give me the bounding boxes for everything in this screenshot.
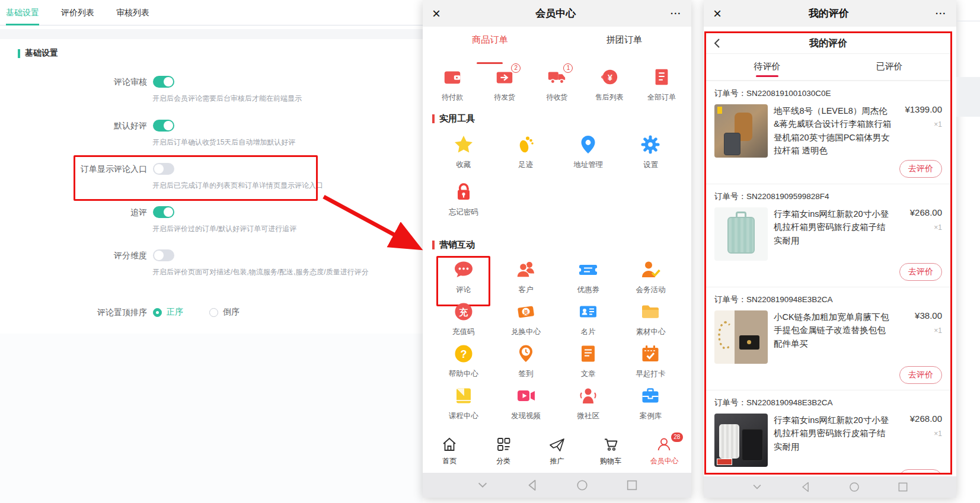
android-recents-icon[interactable] xyxy=(897,481,909,493)
marketing-recharge-code[interactable]: 充 充值码 xyxy=(432,301,494,343)
member-activity-icon xyxy=(640,259,661,280)
marketing-business-card[interactable]: 名片 xyxy=(557,301,620,343)
marketing-comments[interactable]: 评论 xyxy=(432,259,494,301)
status-pending-payment[interactable]: 待付款 xyxy=(426,67,478,102)
status-all-orders[interactable]: 全部订单 xyxy=(636,67,688,102)
product-image xyxy=(714,104,768,158)
product-price: ¥268.00 xyxy=(892,414,942,424)
tool-address-management[interactable]: 地址管理 xyxy=(557,134,620,181)
status-pending-shipment[interactable]: 2 待发货 xyxy=(478,67,531,102)
course-icon xyxy=(453,385,474,406)
marketing-help-center[interactable]: ? 帮助中心 xyxy=(432,343,494,385)
marketing-coupons[interactable]: 优惠券 xyxy=(557,259,620,301)
android-back-icon[interactable] xyxy=(800,481,812,493)
toggle-default-good-review[interactable] xyxy=(153,120,174,132)
chevron-down-icon[interactable] xyxy=(751,481,763,493)
android-back-icon[interactable] xyxy=(526,479,539,492)
tab-basic-settings[interactable]: 基础设置 xyxy=(6,0,39,25)
member-title: 会员中心 xyxy=(440,7,671,20)
order-card: 订单号：SN2208191001030C0E 地平线8号（LEVEL8）周杰伦&… xyxy=(706,81,950,184)
marketing-check-in[interactable]: 签到 xyxy=(494,343,557,385)
reviews-title: 我的评价 xyxy=(722,7,936,20)
toggle-comment-audit[interactable] xyxy=(153,76,174,88)
back-icon[interactable] xyxy=(712,38,723,49)
radio-ascending[interactable] xyxy=(153,308,162,317)
section-practical-tools: 实用工具 xyxy=(432,113,691,124)
footprints-icon xyxy=(515,134,537,155)
nav-home[interactable]: 首页 xyxy=(423,436,477,466)
go-review-button[interactable]: 去评价 xyxy=(899,263,942,281)
lock-icon xyxy=(453,181,474,203)
status-after-sales[interactable]: ¥ 售后列表 xyxy=(583,67,636,102)
close-icon[interactable]: × xyxy=(432,7,440,21)
marketing-material-center[interactable]: 素材中心 xyxy=(620,301,682,343)
svg-text:¥: ¥ xyxy=(608,73,612,82)
marketing-case-library[interactable]: 案例库 xyxy=(620,385,682,427)
tab-audit-list[interactable]: 审核列表 xyxy=(116,0,149,25)
tab-pending-review[interactable]: 待评价 xyxy=(706,54,828,80)
svg-text:?: ? xyxy=(460,348,467,360)
marketing-member-activities[interactable]: 会务活动 xyxy=(620,259,682,301)
tool-footprints[interactable]: 足迹 xyxy=(494,134,557,181)
marketing-exchange-center[interactable]: 兑 兑换中心 xyxy=(494,301,557,343)
marketing-course-center[interactable]: 课程中心 xyxy=(432,385,494,427)
marketing-customers[interactable]: 客户 xyxy=(494,259,557,301)
more-icon[interactable]: ••• xyxy=(671,11,682,17)
order-card: 订单号：SN22081909599828F4 行李箱女ins网红新款20寸小登机… xyxy=(706,184,950,287)
nav-cart[interactable]: 购物车 xyxy=(584,436,638,466)
go-review-button[interactable]: 去评价 xyxy=(899,469,942,475)
product-qty: ×1 xyxy=(892,430,942,438)
status-pending-receipt[interactable]: 1 待收货 xyxy=(531,67,583,102)
android-recents-icon[interactable] xyxy=(625,479,639,492)
product-image xyxy=(714,414,768,467)
comment-icon xyxy=(453,259,474,280)
order-number: 订单号：SN2208190948E3B2CA xyxy=(714,294,942,305)
marketing-discover-video[interactable]: 发现视频 xyxy=(494,385,557,427)
background-block xyxy=(956,77,980,117)
toggle-follow-up-review[interactable] xyxy=(153,206,174,218)
nav-category[interactable]: 分类 xyxy=(477,436,531,466)
badge: 28 xyxy=(671,432,683,442)
tab-group-orders[interactable]: 拼团订单 xyxy=(557,34,692,59)
order-number: 订单号：SN2208191001030C0E xyxy=(714,88,942,99)
toggle-knob xyxy=(164,121,173,130)
tool-forgot-password[interactable]: 忘记密码 xyxy=(432,181,494,229)
product-qty: ×1 xyxy=(892,223,942,232)
tab-product-orders[interactable]: 商品订单 xyxy=(423,34,557,59)
location-pin-icon xyxy=(577,134,599,155)
nav-member-center[interactable]: 28 会员中心 xyxy=(637,436,691,466)
tab-review-list[interactable]: 评价列表 xyxy=(61,0,94,25)
android-home-icon[interactable] xyxy=(576,479,589,492)
marketing-micro-community[interactable]: 微社区 xyxy=(557,385,620,427)
nav-promote[interactable]: 推广 xyxy=(530,436,584,466)
annotation-box-reviews-page: 我的评价 待评价 已评价 订单号：SN2208191001030C0E 地平线8… xyxy=(704,31,952,475)
marketing-articles[interactable]: 文章 xyxy=(557,343,620,385)
radio-descending[interactable] xyxy=(209,308,218,317)
go-review-button[interactable]: 去评价 xyxy=(899,160,942,178)
folder-icon xyxy=(640,301,661,322)
video-icon xyxy=(515,385,537,406)
go-review-button[interactable]: 去评价 xyxy=(899,366,942,384)
product-title: 行李箱女ins网红新款20寸小登机拉杆箱男密码旅行皮箱子结实耐用 xyxy=(774,414,892,467)
android-home-icon[interactable] xyxy=(848,481,860,493)
tool-settings[interactable]: 设置 xyxy=(620,134,682,181)
tools-grid: 收藏 足迹 地址管理 设置 忘记密码 xyxy=(423,134,691,229)
more-icon[interactable]: ••• xyxy=(936,11,947,17)
star-icon xyxy=(453,134,474,155)
page-background xyxy=(0,334,423,503)
category-icon xyxy=(495,436,512,453)
business-card-icon xyxy=(577,301,599,322)
tool-favorites[interactable]: 收藏 xyxy=(432,134,494,181)
toggle-rating-dimension[interactable] xyxy=(153,249,174,261)
tab-reviewed[interactable]: 已评价 xyxy=(828,54,950,80)
section-title: 基础设置 xyxy=(18,48,58,59)
marketing-grid: 评论 客户 优惠券 会务活动 充 充值码 兑 兑换中心 xyxy=(423,259,691,427)
product-title: 行李箱女ins网红新款20寸小登机拉杆箱男密码旅行皮箱子结实耐用 xyxy=(774,207,892,261)
member-center-panel: × 会员中心 ••• 商品订单 拼团订单 待付款 2 待发货 1 待收货 ¥ 售 xyxy=(423,0,691,498)
marketing-morning-checkin[interactable]: 早起打卡 xyxy=(620,343,682,385)
article-icon xyxy=(577,343,599,364)
chevron-down-icon[interactable] xyxy=(476,479,489,492)
close-icon[interactable]: × xyxy=(713,7,722,21)
promote-icon xyxy=(548,436,565,453)
setting-row-comment-audit: 评论审核 开启后会员评论需要后台审核后才能在前端显示 xyxy=(0,76,423,111)
